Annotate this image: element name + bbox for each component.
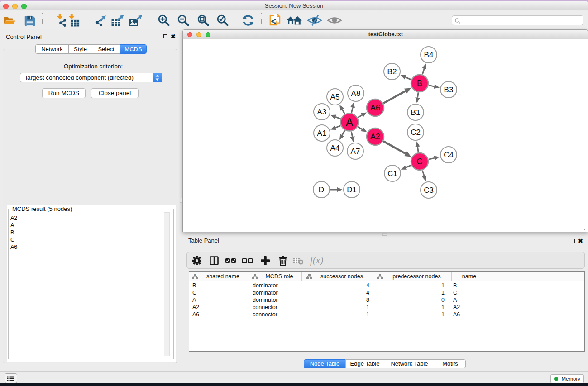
svg-text:A: A [346, 116, 354, 129]
svg-text:D: D [319, 186, 324, 194]
svg-text:C3: C3 [424, 186, 434, 195]
svg-text:A2: A2 [370, 132, 380, 141]
svg-text:A8: A8 [351, 89, 361, 98]
svg-text:D1: D1 [347, 186, 357, 194]
svg-text:C: C [417, 157, 423, 166]
svg-text:A4: A4 [330, 144, 340, 152]
svg-text:B2: B2 [387, 67, 397, 76]
svg-text:A3: A3 [317, 108, 327, 116]
svg-text:A1: A1 [317, 129, 327, 138]
svg-text:A7: A7 [351, 147, 360, 156]
svg-text:C1: C1 [387, 169, 397, 178]
svg-text:C2: C2 [411, 128, 421, 137]
svg-text:C4: C4 [444, 151, 454, 159]
svg-text:B1: B1 [411, 108, 421, 117]
svg-text:A6: A6 [370, 103, 380, 112]
svg-text:B: B [417, 79, 422, 88]
svg-text:B4: B4 [424, 51, 434, 59]
svg-text:B3: B3 [444, 86, 454, 94]
svg-text:A5: A5 [330, 93, 340, 101]
